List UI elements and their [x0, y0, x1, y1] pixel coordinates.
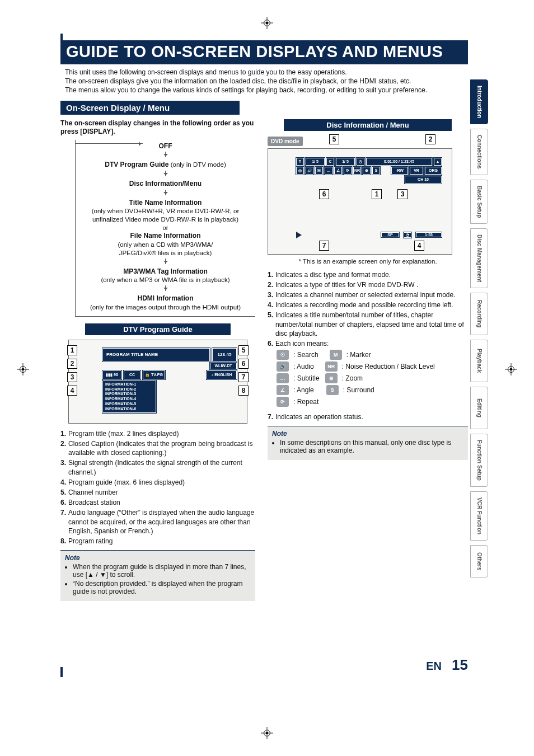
subtitle-icon: …: [325, 167, 332, 175]
intro-text: This unit uses the following on-screen d…: [65, 68, 466, 95]
surround-icon: S: [372, 167, 380, 175]
tab-disc-management[interactable]: Disc Management: [470, 228, 488, 288]
svg-point-11: [22, 368, 25, 371]
disc-callout-1: 1: [372, 189, 382, 199]
callout-3: 3: [67, 372, 77, 382]
tab-recording[interactable]: Recording: [470, 293, 488, 335]
play-icon: [296, 232, 302, 238]
flow-file-name-sub: (only when a CD with MP3/WMA/ JPEG/DivX®…: [76, 241, 255, 257]
disc-callout-3: 3: [397, 189, 407, 199]
tab-connections[interactable]: Connections: [470, 129, 488, 175]
registration-mark-icon: [261, 727, 273, 739]
disc-callout-2: 2: [425, 134, 435, 144]
dtv-callout-list: 1.Program title (max. 2 lines displayed)…: [60, 429, 255, 546]
page-number: 15: [452, 656, 468, 674]
tab-vcr-function[interactable]: VCR Function: [470, 491, 488, 541]
svg-point-7: [266, 732, 269, 735]
dtv-rating-badge: 🔒TV-PG: [143, 370, 165, 379]
callout-5: 5: [238, 345, 249, 355]
flow-file-name: File Name Information: [76, 232, 255, 241]
format-vr: VR: [410, 167, 423, 175]
svg-point-3: [266, 22, 269, 25]
search-icon: ◎: [296, 167, 304, 175]
legend-nr-icon: NR: [325, 361, 338, 372]
callout-6: 6: [238, 359, 249, 369]
disc-callout-list-7: 7.Indicates an operation status.: [268, 412, 468, 421]
nr-icon: NR: [353, 167, 361, 175]
lang-code: EN: [426, 660, 442, 673]
callout-8: 8: [238, 386, 249, 396]
disc-callout-list: 1.Indicates a disc type and format mode.…: [268, 270, 468, 349]
legend-repeat-icon: ⟳: [277, 397, 289, 407]
callout-2: 2: [67, 359, 77, 369]
note-heading: Note: [272, 430, 463, 438]
legend-search-icon: ☉: [277, 350, 289, 360]
legend-zoom-icon: ⊕: [325, 373, 338, 383]
flow-or: or: [76, 224, 255, 232]
angle-icon: ∠: [334, 167, 342, 175]
dtv-program-title-bar: PROGRAM TITLE NAME: [102, 348, 210, 361]
title-count: 1/ 5: [306, 158, 325, 166]
dtv-audio-language: ♪ENGLISH: [207, 370, 237, 379]
svg-point-15: [510, 368, 513, 371]
dtv-broadcast-station: WLIW-DT: [210, 363, 237, 369]
tab-basic-setup[interactable]: Basic Setup: [470, 180, 488, 224]
dtv-channel-number: 123-45: [212, 348, 237, 361]
legend-angle-icon: ∠: [277, 385, 289, 395]
channel-badge: CH 10: [405, 176, 442, 184]
registration-mark-icon: [17, 363, 29, 375]
display-cycle-flowchart: OFF DTV Program Guide (only in DTV mode)…: [75, 140, 255, 317]
tab-others[interactable]: Others: [470, 545, 488, 577]
flow-hdmi: HDMI Information: [76, 294, 255, 303]
callout-7: 7: [238, 372, 249, 382]
disc-callout-5: 5: [329, 134, 339, 144]
format-org: ORG: [425, 167, 442, 175]
legend-subtitle-icon: …: [277, 373, 289, 383]
tab-playback[interactable]: Playback: [470, 340, 488, 382]
dtv-program-guide-screenshot: PROGRAM TITLE NAME 123-45 WLIW-DT ▮▮▮90 …: [68, 340, 247, 424]
legend-surround-icon: S: [326, 385, 339, 395]
flow-title-name: Title Name Information: [76, 199, 255, 208]
legend-audio-icon: 🔊: [277, 361, 289, 372]
disc-callout-7: 7: [319, 241, 329, 251]
flow-disc-info: Disc Information/Menu: [129, 180, 202, 187]
accent-bar: [60, 34, 63, 58]
flow-title-name-sub: (only when DVD+RW/+R, VR mode DVD-RW/-R,…: [76, 207, 255, 224]
page-footer: EN 15: [426, 656, 468, 674]
flow-hdmi-sub: (only for the images output through the …: [76, 303, 255, 312]
clock-icon: ◷: [357, 158, 364, 166]
dtv-signal-strength: ▮▮▮90: [102, 370, 121, 379]
dtv-note-box: Note When the program guide is displayed…: [60, 550, 255, 601]
dtv-closed-caption-badge: CC: [124, 370, 140, 379]
lock-icon: 🔒: [145, 373, 150, 377]
chapter-label: C: [326, 158, 334, 166]
tab-function-setup[interactable]: Function Setup: [470, 434, 488, 487]
flow-dtv-guide: DTV Program Guide: [105, 161, 168, 168]
disc-callout-6: 6: [319, 189, 329, 199]
zoom-icon: ⊕: [363, 167, 371, 175]
disc-note-box: Note In some descriptions on this manual…: [268, 426, 468, 460]
flow-mp3-tag-sub: (only when a MP3 or WMA file is in playb…: [76, 276, 255, 284]
repeat-icon: ⟳: [344, 167, 352, 175]
flow-intro: The on-screen display changes in the fol…: [60, 119, 255, 137]
icon-legend: ☉: Search M: Marker 🔊: Audio NR: Noise R…: [277, 350, 468, 407]
tab-editing[interactable]: Editing: [470, 387, 488, 429]
section-heading: On-Screen Display / Menu: [60, 101, 240, 115]
side-tabs: Introduction Connections Basic Setup Dis…: [470, 79, 488, 577]
chapter-count: 1/ 5: [336, 158, 355, 166]
dtv-program-guide-info: INFORMATION-1 INFORMATION-2 INFORMATION-…: [102, 381, 156, 414]
title-label: T: [296, 158, 304, 166]
flow-off: OFF: [159, 142, 172, 150]
page-title: GUIDE TO ON-SCREEN DISPLAYS AND MENUS: [60, 40, 468, 64]
accent-bar-bottom: [60, 667, 63, 677]
disc-time-icon: ◔: [404, 232, 411, 238]
legend-marker-icon: M: [330, 350, 342, 360]
disc-callout-4: 4: [414, 241, 424, 251]
tab-introduction[interactable]: Introduction: [470, 79, 488, 124]
signal-bars-icon: ▮▮▮: [106, 373, 113, 377]
note-heading: Note: [65, 554, 251, 562]
audio-icon: 🔊: [306, 167, 313, 175]
rec-mode-badge: SP: [381, 232, 399, 237]
callout-1: 1: [67, 345, 77, 355]
callout-4: 4: [67, 386, 77, 396]
